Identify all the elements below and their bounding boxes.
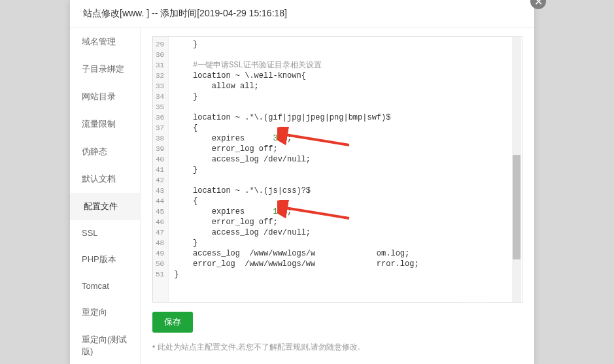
sidebar-item-tomcat[interactable]: Tomcat: [70, 273, 140, 299]
sidebar-item-redirect[interactable]: 重定向: [70, 299, 140, 326]
sidebar: 域名管理 子目录绑定 网站目录 流量限制 伪静态 默认文档 配置文件 SSL P…: [70, 28, 141, 364]
modal-content: 域名管理 子目录绑定 网站目录 流量限制 伪静态 默认文档 配置文件 SSL P…: [70, 28, 534, 364]
config-note: 此处为站点主配置文件,若您不了解配置规则,请勿随意修改.: [152, 342, 522, 353]
sidebar-item-default-doc[interactable]: 默认文档: [70, 165, 140, 193]
config-editor[interactable]: 2930313233343536373839404142434445464748…: [152, 36, 522, 303]
editor-code[interactable]: } #一键申请SSL证书验证目录相关设置 location ~ \.well-k…: [169, 37, 522, 302]
site-edit-modal: ✕ 站点修改[www. ] -- 添加时间[2019-04-29 15:16:1…: [70, 0, 534, 364]
sidebar-item-rewrite[interactable]: 伪静态: [70, 138, 140, 165]
sidebar-item-php[interactable]: PHP版本: [70, 246, 140, 273]
sidebar-item-ssl[interactable]: SSL: [70, 220, 140, 246]
sidebar-item-traffic[interactable]: 流量限制: [70, 110, 140, 138]
modal-title: 站点修改[www. ] -- 添加时间[2019-04-29 15:16:18]: [70, 0, 534, 28]
blur-mask: [428, 275, 468, 284]
sidebar-item-redirect-beta[interactable]: 重定向(测试版): [70, 326, 140, 364]
scrollbar-vertical[interactable]: [512, 37, 521, 303]
sidebar-item-subdir[interactable]: 子目录绑定: [70, 56, 140, 83]
blur-mask: [460, 286, 489, 294]
sidebar-item-webdir[interactable]: 网站目录: [70, 83, 140, 110]
main-panel: 2930313233343536373839404142434445464748…: [141, 28, 534, 364]
save-button[interactable]: 保存: [152, 312, 193, 333]
sidebar-item-domain[interactable]: 域名管理: [70, 28, 140, 56]
sidebar-item-config[interactable]: 配置文件: [70, 193, 140, 220]
editor-gutter: 2930313233343536373839404142434445464748…: [153, 37, 169, 302]
scrollbar-thumb[interactable]: [513, 155, 520, 259]
